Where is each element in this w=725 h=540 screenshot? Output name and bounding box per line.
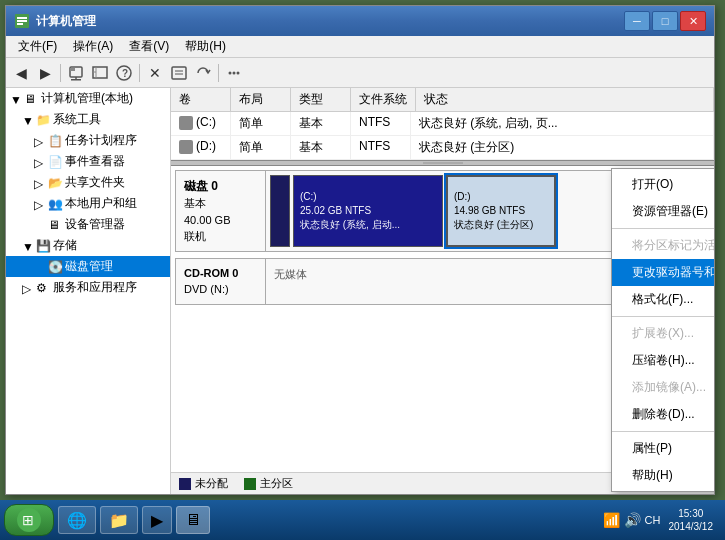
legend-primary: 主分区 — [244, 476, 293, 491]
refresh-button[interactable] — [192, 62, 214, 84]
partition-c[interactable]: (C:) 25.02 GB NTFS 状态良好 (系统, 启动... — [293, 175, 443, 247]
ctx-shrink[interactable]: 压缩卷(H)... — [612, 347, 714, 374]
expand-icon: ▷ — [34, 135, 46, 147]
svg-text:?: ? — [122, 68, 128, 79]
tree-disk-management[interactable]: 💽 磁盘管理 — [6, 256, 170, 277]
ctx-mirror[interactable]: 添加镜像(A)... — [612, 374, 714, 401]
svg-rect-3 — [17, 23, 23, 25]
td-status-c: 状态良好 (系统, 启动, 页... — [411, 112, 714, 135]
ctx-extend[interactable]: 扩展卷(X)... — [612, 320, 714, 347]
context-menu: 打开(O) 资源管理器(E) 将分区标记为活动分区(M) 更改驱动器号和路径(C… — [611, 168, 714, 492]
window-controls: ─ □ ✕ — [624, 11, 706, 31]
svg-rect-6 — [71, 79, 81, 81]
ctx-explorer[interactable]: 资源管理器(E) — [612, 198, 714, 225]
table-row[interactable]: (C:) 简单 基本 NTFS 状态良好 (系统, 启动, 页... — [171, 112, 714, 136]
partition-d[interactable]: (D:) 14.98 GB NTFS 状态良好 (主分区) — [446, 175, 556, 247]
forward-button[interactable]: ▶ — [34, 62, 56, 84]
menu-help[interactable]: 帮助(H) — [177, 36, 234, 57]
tree-local-users[interactable]: ▷ 👥 本地用户和组 — [6, 193, 170, 214]
share-icon: 📂 — [48, 176, 62, 190]
ctx-open[interactable]: 打开(O) — [612, 171, 714, 198]
device-icon: 🖥 — [48, 218, 62, 232]
tray-network[interactable]: 📶 — [603, 512, 620, 528]
tray-lang[interactable]: CH — [645, 514, 661, 526]
ctx-properties[interactable]: 属性(P) — [612, 435, 714, 462]
up-button[interactable] — [65, 62, 87, 84]
storage-icon: 💾 — [36, 239, 50, 253]
partition-unallocated[interactable] — [270, 175, 290, 247]
event-icon: 📄 — [48, 155, 62, 169]
main-window: 计算机管理 ─ □ ✕ 文件(F) 操作(A) 查看(V) 帮助(H) ◀ ▶ — [5, 5, 715, 495]
table-row[interactable]: (D:) 简单 基本 NTFS 状态良好 (主分区) — [171, 136, 714, 160]
disk-0-label: 磁盘 0 基本 40.00 GB 联机 — [176, 171, 266, 251]
tree-shared-folders[interactable]: ▷ 📂 共享文件夹 — [6, 172, 170, 193]
toolbar-separator-1 — [60, 64, 61, 82]
ctx-help[interactable]: 帮助(H) — [612, 462, 714, 489]
task-icon: 📋 — [48, 134, 62, 148]
expand-icon: ▼ — [22, 240, 34, 252]
td-status-d: 状态良好 (主分区) — [411, 136, 714, 159]
ctx-sep-2 — [612, 316, 714, 317]
expand-icon: ▷ — [22, 282, 34, 294]
disk-icon: 💽 — [48, 260, 62, 274]
menu-action[interactable]: 操作(A) — [65, 36, 121, 57]
ctx-delete[interactable]: 删除卷(D)... — [612, 401, 714, 428]
svg-rect-1 — [17, 17, 27, 19]
window-title: 计算机管理 — [36, 13, 624, 30]
td-fs-d: NTFS — [351, 136, 411, 159]
th-volume: 卷 — [171, 88, 231, 111]
tree-task-scheduler[interactable]: ▷ 📋 任务计划程序 — [6, 130, 170, 151]
show-hide-console[interactable] — [89, 62, 111, 84]
tree-event-viewer[interactable]: ▷ 📄 事件查看器 — [6, 151, 170, 172]
menu-file[interactable]: 文件(F) — [10, 36, 65, 57]
tree-storage[interactable]: ▼ 💾 存储 — [6, 235, 170, 256]
properties-button[interactable] — [168, 62, 190, 84]
taskbar-tray: 📶 🔊 CH 15:30 2014/3/12 — [603, 505, 721, 535]
td-vol-d: (D:) — [171, 136, 231, 159]
svg-rect-12 — [172, 67, 186, 79]
help-button[interactable]: ? — [113, 62, 135, 84]
minimize-button[interactable]: ─ — [624, 11, 650, 31]
maximize-button[interactable]: □ — [652, 11, 678, 31]
taskbar-browser[interactable]: 🌐 — [58, 506, 96, 534]
expand-icon: ▷ — [34, 198, 46, 210]
th-fs: 文件系统 — [351, 88, 416, 111]
system-clock[interactable]: 15:30 2014/3/12 — [665, 505, 718, 535]
svg-point-15 — [229, 71, 232, 74]
computer-icon: 🖥 — [24, 92, 38, 106]
td-type-c: 基本 — [291, 112, 351, 135]
svg-point-16 — [233, 71, 236, 74]
title-bar: 计算机管理 ─ □ ✕ — [6, 6, 714, 36]
taskbar-media[interactable]: ▶ — [142, 506, 172, 534]
taskbar: ⊞ 🌐 📁 ▶ 🖥 📶 🔊 CH 15:30 2014/3/12 — [0, 500, 725, 540]
taskbar-computer-management[interactable]: 🖥 — [176, 506, 210, 534]
close-button[interactable]: ✕ — [680, 11, 706, 31]
expand-icon: ▷ — [34, 156, 46, 168]
th-type: 类型 — [291, 88, 351, 111]
window-icon — [14, 13, 30, 29]
menu-bar: 文件(F) 操作(A) 查看(V) 帮助(H) — [6, 36, 714, 58]
start-button[interactable]: ⊞ — [4, 504, 54, 536]
td-vol-c: (C:) — [171, 112, 231, 135]
ctx-format[interactable]: 格式化(F)... — [612, 286, 714, 313]
legend-color-primary — [244, 478, 256, 490]
ctx-mark-active[interactable]: 将分区标记为活动分区(M) — [612, 232, 714, 259]
td-layout-c: 简单 — [231, 112, 291, 135]
delete-button[interactable]: ✕ — [144, 62, 166, 84]
legend-unallocated: 未分配 — [179, 476, 228, 491]
tree-services[interactable]: ▷ ⚙ 服务和应用程序 — [6, 277, 170, 298]
menu-view[interactable]: 查看(V) — [121, 36, 177, 57]
tray-volume[interactable]: 🔊 — [624, 512, 641, 528]
toolbar-separator-3 — [218, 64, 219, 82]
taskbar-explorer[interactable]: 📁 — [100, 506, 138, 534]
ctx-sep-1 — [612, 228, 714, 229]
ctx-change-drive[interactable]: 更改驱动器号和路径(C)... — [612, 259, 714, 286]
tree-system-tools[interactable]: ▼ 📁 系统工具 — [6, 109, 170, 130]
more-button[interactable] — [223, 62, 245, 84]
back-button[interactable]: ◀ — [10, 62, 32, 84]
tree-device-manager[interactable]: 🖥 设备管理器 — [6, 214, 170, 235]
toolbar-separator-2 — [139, 64, 140, 82]
ctx-sep-3 — [612, 431, 714, 432]
svg-rect-5 — [70, 68, 75, 71]
tree-root[interactable]: ▼ 🖥 计算机管理(本地) — [6, 88, 170, 109]
